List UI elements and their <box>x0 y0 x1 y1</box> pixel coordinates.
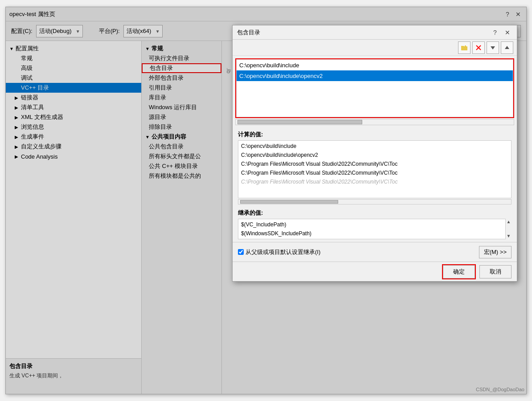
computed-scroll-thumb[interactable] <box>240 200 338 204</box>
computed-values-area: C:\opencv\build\include C:\opencv\build\… <box>238 140 512 198</box>
scrollbar-thumb[interactable] <box>237 120 362 124</box>
down-arrow-icon <box>489 44 496 51</box>
computed-value-4: C:\Program Files\Microsoft Visual Studio… <box>241 177 508 186</box>
list-item-1[interactable]: C:\opencv\build\include\opencv2 <box>237 70 513 81</box>
scroll-up-arrow[interactable]: ▲ <box>507 220 511 224</box>
computed-h-scrollbar[interactable] <box>238 199 512 205</box>
computed-section: 计算的值: C:\opencv\build\include C:\opencv\… <box>233 127 517 206</box>
dialog-overlay: 包含目录 ? ✕ <box>6 7 526 394</box>
dialog-title-controls: ? ✕ <box>490 28 512 37</box>
inherited-value-1: $(WindowsSDK_IncludePath) <box>241 229 502 238</box>
folder-icon <box>461 44 468 51</box>
ok-button[interactable]: 确定 <box>443 265 475 278</box>
move-up-button[interactable] <box>501 41 513 54</box>
inherit-checkbox-label[interactable]: 从父级或项目默认设置继承(I) <box>238 248 475 256</box>
delete-icon <box>475 44 482 51</box>
inherited-section: 继承的值: $(VC_IncludePath) $(WindowsSDK_Inc… <box>233 206 517 242</box>
delete-button[interactable] <box>472 41 485 54</box>
inherited-title: 继承的值: <box>238 209 512 217</box>
computed-title: 计算的值: <box>238 131 512 139</box>
inherited-scrollbar[interactable]: ▲ ▼ <box>505 219 512 239</box>
up-arrow-icon <box>503 44 511 51</box>
dialog-help-button[interactable]: ? <box>490 28 500 37</box>
folder-button[interactable] <box>458 41 471 54</box>
dialog-toolbar <box>233 40 517 56</box>
list-item-0[interactable]: C:\opencv\build\include <box>237 60 513 70</box>
dialog-title: 包含目录 <box>237 29 260 37</box>
move-down-button[interactable] <box>487 41 499 54</box>
inherited-values-wrapper: $(VC_IncludePath) $(WindowsSDK_IncludePa… <box>238 219 512 239</box>
dialog-bottom: 从父级或项目默认设置继承(I) 宏(M) >> <box>233 242 517 262</box>
macro-button[interactable]: 宏(M) >> <box>479 246 512 258</box>
cancel-button[interactable]: 取消 <box>479 265 512 278</box>
main-window: opecv-test 属性页 ? ✕ 配置(C): 活动(Debug) 平台(P… <box>5 7 527 394</box>
computed-value-2: C:\Program Files\Microsoft Visual Studio… <box>241 160 508 168</box>
svg-marker-5 <box>491 46 495 49</box>
inherited-values-area: $(VC_IncludePath) $(WindowsSDK_IncludePa… <box>238 219 512 239</box>
inherit-checkbox[interactable] <box>238 249 244 255</box>
svg-rect-2 <box>465 45 466 46</box>
scroll-down-arrow[interactable]: ▼ <box>507 234 511 238</box>
svg-rect-1 <box>461 46 467 50</box>
computed-value-0: C:\opencv\build\include <box>241 142 508 151</box>
computed-value-3: C:\Program Files\Microsoft Visual Studio… <box>241 168 508 177</box>
svg-marker-6 <box>505 46 509 49</box>
dialog-footer: 确定 取消 <box>233 262 517 281</box>
dialog-h-scrollbar[interactable] <box>235 119 514 125</box>
inherited-value-0: $(VC_IncludePath) <box>241 220 502 229</box>
computed-value-1: C:\opencv\build\include\opencv2 <box>241 151 508 160</box>
dialog-list-area: C:\opencv\build\include C:\opencv\build\… <box>236 59 513 117</box>
dialog-title-bar: 包含目录 ? ✕ <box>233 25 517 40</box>
dialog-close-button[interactable]: ✕ <box>503 28 512 37</box>
include-dir-dialog: 包含目录 ? ✕ <box>232 25 517 282</box>
